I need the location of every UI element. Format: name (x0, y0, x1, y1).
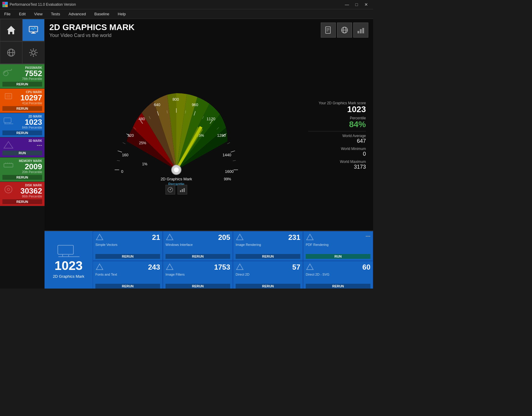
main-layout: PASSMARK 7552 78th Percentile RERUN CPU … (0, 19, 373, 289)
score-value: 1023 (308, 105, 366, 114)
pdf-rendering-run[interactable]: RUN (306, 254, 370, 259)
svg-marker-4 (7, 26, 15, 34)
passmark-card[interactable]: PASSMARK 7552 78th Percentile RERUN (0, 64, 45, 89)
menu-edit[interactable]: Edit (15, 11, 30, 17)
twomark-card[interactable]: 2D MARK 1023 84th Percentile RERUN (0, 113, 45, 137)
svg-rect-47 (360, 29, 362, 33)
menu-baseline[interactable]: Baseline (90, 11, 113, 17)
subcard-simple-vectors[interactable]: 21 Simple Vectors RERUN (93, 231, 163, 261)
fonts-text-rerun[interactable]: RERUN (95, 284, 160, 289)
menu-help[interactable]: Help (113, 11, 130, 17)
cpumark-percentile: 41st Percentile (20, 102, 42, 105)
twomark-score: 1023 (22, 118, 42, 126)
twomark-rerun-button[interactable]: RERUN (2, 130, 42, 135)
pdf-rendering-score: --- (366, 233, 370, 239)
svg-marker-104 (307, 234, 313, 240)
svg-line-68 (227, 142, 230, 144)
svg-text:1120: 1120 (207, 117, 215, 121)
subcard-image-filters[interactable]: 1753 Image Filters RERUN (163, 261, 233, 289)
svg-marker-105 (96, 264, 103, 270)
subcard-image-rendering[interactable]: 231 Image Rendering RERUN (233, 231, 303, 261)
memmark-card[interactable]: MEMORY MARK 2009 20th Percentile RERUN (0, 158, 45, 182)
svg-rect-6 (32, 32, 35, 33)
menu-file[interactable]: File (0, 11, 15, 17)
passmark-score: 7552 (22, 69, 42, 77)
windows-interface-rerun[interactable]: RERUN (165, 254, 230, 259)
threemark-card[interactable]: 3D MARK --- RUN (0, 137, 45, 158)
sidebar-bottom-icons (0, 41, 45, 64)
sidebar-monitor-button[interactable] (22, 19, 45, 41)
subcard-direct2d[interactable]: 57 Direct 2D RERUN (233, 261, 303, 289)
subcard-pdf-rendering[interactable]: --- PDF Rendering RUN (303, 231, 373, 261)
svg-marker-103 (237, 234, 243, 240)
svg-line-11 (35, 27, 36, 29)
svg-point-88 (174, 167, 179, 172)
header-text: 2D GRAPHICS MARK Your Video Card vs the … (49, 23, 135, 38)
sidebar-home-button[interactable] (0, 19, 22, 41)
memmark-rerun-button[interactable]: RERUN (2, 175, 42, 180)
svg-rect-2 (3, 5, 5, 7)
svg-rect-94 (180, 190, 181, 192)
direct2d-icon (236, 263, 244, 271)
direct2d-rerun[interactable]: RERUN (236, 284, 300, 289)
content-header: 2D GRAPHICS MARK Your Video Card vs the … (45, 19, 373, 41)
menu-view[interactable]: View (30, 11, 47, 17)
menu-advanced[interactable]: Advanced (64, 11, 90, 17)
content-area: 2D GRAPHICS MARK Your Video Card vs the … (45, 19, 373, 289)
subcard-fonts-text[interactable]: 243 Fonts and Text RERUN (93, 261, 163, 289)
svg-line-60 (117, 161, 120, 161)
image-filters-rerun[interactable]: RERUN (165, 284, 230, 289)
threemark-run-button[interactable]: RUN (2, 151, 42, 155)
svg-rect-46 (357, 31, 359, 33)
image-rendering-icon (236, 233, 244, 242)
threemark-icon (2, 140, 14, 149)
minimize-button[interactable]: — (342, 1, 351, 8)
cpumark-rerun-button[interactable]: RERUN (2, 106, 42, 111)
compare-button[interactable] (353, 23, 368, 38)
subcard-direct2d-svg[interactable]: 60 Direct 2D - SVG RERUN (303, 261, 373, 289)
direct2d-svg-icon (306, 263, 314, 271)
simple-vectors-rerun[interactable]: RERUN (95, 254, 160, 259)
subcard-windows-interface[interactable]: 205 Windows Interface RERUN (163, 231, 233, 261)
gauge-chart: 0 160 320 480 640 800 960 1120 1280 1440… (98, 77, 255, 191)
svg-text:1%: 1% (142, 162, 147, 166)
windows-interface-icon (165, 233, 174, 242)
sidebar-settings-button[interactable] (22, 41, 45, 64)
direct2d-svg-rerun[interactable]: RERUN (306, 284, 370, 289)
svg-marker-107 (237, 264, 243, 270)
svg-point-15 (32, 51, 35, 54)
maximize-button[interactable]: □ (352, 1, 361, 8)
menu-tests[interactable]: Tests (47, 11, 64, 17)
svg-rect-3 (5, 5, 8, 7)
close-button[interactable]: ✕ (362, 1, 371, 8)
svg-rect-96 (184, 188, 185, 192)
image-filters-icon (165, 263, 174, 271)
fonts-text-icon (95, 263, 104, 271)
title-bar-left: PerformanceTest 11.0 Evaluation Version (2, 2, 76, 7)
diskmark-card[interactable]: DISK MARK 30362 86th Percentile RERUN (0, 182, 45, 206)
svg-rect-39 (326, 27, 330, 33)
gauge-icon-chart[interactable] (178, 185, 187, 194)
bottom-left-panel: 1023 2D Graphics Mark (45, 231, 93, 289)
bottom-label: 2D Graphics Mark (53, 274, 85, 279)
diskmark-percentile: 86th Percentile (20, 195, 42, 198)
fonts-text-label: Fonts and Text (95, 273, 160, 276)
windows-interface-label: Windows Interface (165, 243, 230, 246)
svg-rect-7 (31, 33, 36, 34)
gauge-container: 0 160 320 480 640 800 960 1120 1280 1440… (49, 77, 303, 194)
direct2d-score: 57 (292, 263, 300, 271)
svg-marker-102 (166, 234, 173, 240)
cpumark-card[interactable]: CPU MARK 10297 41st Percentile RERUN (0, 89, 45, 113)
simple-vectors-icon (95, 233, 104, 242)
image-rendering-rerun[interactable]: RERUN (236, 254, 300, 259)
twomark-percentile: 84th Percentile (22, 126, 42, 129)
sidebar-network-button[interactable] (0, 41, 22, 64)
diskmark-rerun-button[interactable]: RERUN (2, 199, 42, 204)
svg-rect-27 (4, 118, 11, 123)
passmark-rerun-button[interactable]: RERUN (2, 82, 42, 87)
world-avg-value: 647 (308, 138, 366, 144)
bottom-right-grid: 21 Simple Vectors RERUN 205 Windows Inte… (93, 231, 373, 289)
report-button[interactable] (321, 23, 336, 38)
gauge-icon-speedometer[interactable] (165, 185, 175, 194)
world-button[interactable] (337, 23, 352, 38)
